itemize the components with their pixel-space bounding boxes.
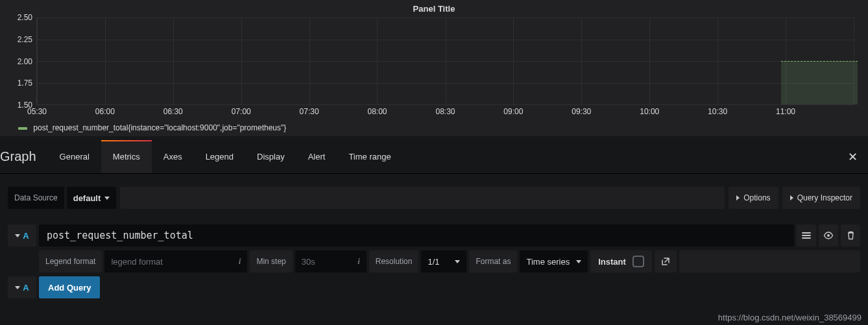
x-tick: 08:00	[367, 107, 387, 116]
datasource-select[interactable]: default	[67, 187, 117, 209]
x-tick: 09:00	[503, 107, 523, 116]
series-fill	[781, 61, 858, 104]
y-tick: 2.00	[6, 57, 32, 66]
query-expression-input[interactable]	[39, 224, 794, 247]
tab-axes[interactable]: Axes	[152, 140, 194, 173]
trash-icon[interactable]	[841, 224, 860, 247]
y-tick: 2.50	[6, 13, 32, 22]
query-inspector-button[interactable]: Query Inspector	[782, 187, 860, 209]
options-button[interactable]: Options	[729, 187, 778, 209]
tab-display[interactable]: Display	[245, 140, 296, 173]
y-tick: 2.25	[6, 35, 32, 44]
instant-toggle[interactable]: Instant	[590, 250, 652, 272]
menu-icon[interactable]	[797, 224, 816, 247]
caret-right-icon	[790, 195, 793, 200]
chevron-down-icon	[104, 197, 110, 200]
tab-timerange[interactable]: Time range	[337, 140, 402, 173]
x-tick: 05:30	[27, 107, 47, 116]
resolution-label: Resolution	[369, 250, 419, 272]
x-tick: 07:00	[232, 107, 251, 116]
x-tick: 09:30	[572, 107, 591, 116]
chevron-down-icon	[576, 260, 581, 263]
chart-area[interactable]: 2.50 2.25 2.00 1.75 1.50 0	[6, 18, 862, 105]
add-query-button[interactable]: Add Query	[39, 276, 100, 298]
legend-format-label: Legend format	[39, 250, 102, 272]
legend[interactable]: post_request_number_total{instance="loca…	[6, 119, 862, 134]
query-toggle[interactable]: A	[8, 224, 36, 247]
instant-label: Instant	[598, 257, 626, 267]
x-tick: 07:30	[300, 107, 319, 116]
tab-alert[interactable]: Alert	[296, 140, 337, 173]
x-tick: 10:00	[640, 107, 659, 116]
chevron-down-icon	[15, 234, 20, 237]
info-icon[interactable]: i	[232, 256, 241, 267]
resolution-select[interactable]: 1/1	[421, 250, 466, 272]
eye-icon[interactable]	[819, 224, 838, 247]
toolbar-spacer	[120, 187, 725, 209]
y-tick: 1.75	[6, 78, 32, 88]
row-filler	[679, 250, 860, 272]
chevron-down-icon	[15, 286, 20, 289]
graph-panel: Panel Title 2.50 2.25 2.00 1.75 1.50	[0, 0, 868, 136]
plot-grid: 05:30 06:00 06:30 07:00 07:30 08:00 08:3…	[36, 18, 854, 105]
tab-metrics[interactable]: Metrics	[101, 140, 152, 173]
legend-format-input[interactable]	[104, 250, 247, 272]
info-icon[interactable]: i	[351, 256, 360, 267]
tab-legend[interactable]: Legend	[194, 140, 245, 173]
svg-point-0	[827, 234, 830, 237]
query-toggle-b[interactable]: A	[8, 276, 36, 298]
section-title: Graph	[0, 149, 48, 164]
close-icon[interactable]: ✕	[844, 150, 862, 164]
panel-title: Panel Title	[6, 4, 862, 14]
legend-label: post_request_number_total{instance="loca…	[33, 123, 286, 132]
x-tick: 06:00	[95, 107, 115, 116]
query-letter: A	[23, 231, 29, 241]
x-tick: 11:00	[776, 107, 795, 116]
query-letter: A	[23, 283, 29, 293]
caret-right-icon	[736, 195, 740, 200]
format-as-label: Format as	[469, 250, 517, 272]
tab-general[interactable]: General	[48, 140, 101, 173]
x-tick: 10:30	[708, 107, 727, 116]
legend-swatch	[18, 127, 27, 130]
datasource-value: default	[73, 193, 101, 203]
min-step-label: Min step	[250, 250, 292, 272]
external-link-icon[interactable]	[655, 250, 677, 272]
x-tick: 08:30	[435, 107, 455, 116]
watermark: https://blog.csdn.net/weixin_38569499	[718, 313, 862, 322]
x-tick: 06:30	[163, 107, 183, 116]
chevron-down-icon	[455, 260, 460, 263]
format-as-select[interactable]: Time series	[520, 250, 588, 272]
checkbox-icon	[633, 256, 644, 267]
editor-tabs-bar: Graph General Metrics Axes Legend Displa…	[0, 140, 868, 174]
datasource-label: Data Source	[8, 187, 64, 209]
